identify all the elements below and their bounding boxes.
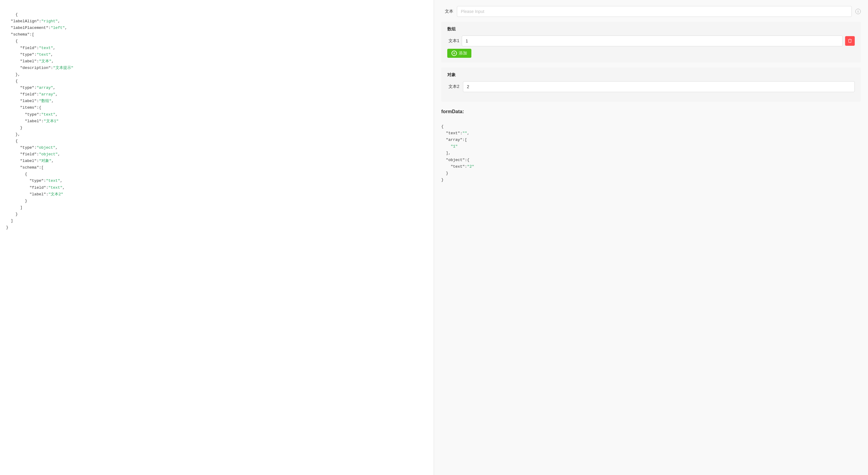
code-line: "label":"文本",: [6, 59, 54, 64]
text-field-input[interactable]: [457, 6, 852, 17]
code-line: "field":"object",: [6, 152, 60, 157]
code-line: "type":"text",: [6, 178, 62, 183]
code-line: "label":"数组",: [6, 99, 54, 103]
fd-line-8: }: [441, 171, 448, 175]
code-line: {: [6, 39, 18, 43]
plus-circle-icon: +: [452, 50, 457, 56]
array-section-title: 数组: [447, 27, 855, 32]
object-field-label-0: 文本2: [447, 84, 459, 90]
code-line: ]: [6, 205, 23, 210]
delete-array-item-button-0[interactable]: [845, 36, 855, 46]
code-line: "label":"对象",: [6, 159, 54, 163]
code-line: "type":"text",: [6, 112, 58, 117]
fd-line-7: "text":"2": [441, 164, 474, 169]
code-line: }: [6, 212, 18, 216]
code-line: "label":"文本1": [6, 119, 59, 124]
object-field-row-0: 文本2: [447, 81, 855, 92]
array-section: 数组 文本1 + 添加: [441, 22, 861, 63]
add-array-item-button[interactable]: + 添加: [447, 49, 471, 58]
code-line: {: [6, 139, 18, 143]
trash-icon: [847, 38, 852, 43]
json-code-block: { "labelAlign":"right", "labelPlacement"…: [6, 5, 428, 238]
form-data-code: { "text":"", "array":[ "1" ], "object":{…: [441, 117, 861, 190]
code-line: }: [6, 126, 23, 130]
add-button-label: 添加: [459, 50, 467, 56]
info-icon[interactable]: i: [855, 9, 861, 14]
code-line: "field":"array",: [6, 92, 58, 97]
right-panel: 文本 i 数组 文本1 + 添加 对象 文本2: [434, 0, 868, 475]
code-line: "field":"text",: [6, 185, 65, 190]
code-line: "type":"text",: [6, 53, 53, 57]
object-section-title: 对象: [447, 72, 855, 78]
info-icon-label: i: [858, 10, 858, 13]
code-line: {: [6, 172, 27, 176]
code-line: "field":"text",: [6, 46, 56, 50]
text-field-label: 文本: [441, 9, 453, 14]
code-line: },: [6, 72, 20, 77]
code-line: "labelAlign":"right",: [6, 19, 60, 24]
code-punct: {: [16, 12, 18, 17]
fd-line-1: {: [441, 124, 444, 129]
fd-line-4: "1": [441, 144, 458, 149]
code-line: {: [6, 79, 18, 83]
object-section: 对象 文本2: [441, 67, 861, 102]
fd-line-6: "object":{: [441, 158, 470, 162]
code-line: }: [6, 225, 8, 230]
code-line: "labelPlacement":"left",: [6, 26, 67, 30]
form-data-section: formData: { "text":"", "array":[ "1" ], …: [441, 109, 861, 190]
left-panel: { "labelAlign":"right", "labelPlacement"…: [0, 0, 434, 475]
object-field-input-0[interactable]: [463, 81, 855, 92]
code-line: "items":{: [6, 105, 41, 110]
code-line: "schema":[: [6, 32, 34, 37]
code-line: "description":"文本提示": [6, 66, 73, 70]
form-data-title: formData:: [441, 109, 861, 114]
array-item-row-0: 文本1: [447, 36, 855, 46]
code-line: "type":"object",: [6, 145, 58, 150]
fd-line-5: ],: [441, 151, 451, 155]
code-line: }: [6, 199, 27, 203]
code-line: "label":"文本2": [6, 192, 63, 197]
code-line: "schema":[: [6, 165, 44, 170]
fd-line-3: "array":[: [441, 138, 467, 142]
array-item-label-0: 文本1: [447, 38, 459, 44]
fd-line-9: }: [441, 178, 444, 182]
code-line: "type":"array",: [6, 86, 56, 90]
text-field-row: 文本 i: [441, 6, 861, 17]
code-line: },: [6, 132, 20, 137]
fd-line-2: "text":"",: [441, 131, 470, 135]
code-line: ]: [6, 218, 13, 223]
array-item-input-0[interactable]: [462, 36, 843, 46]
